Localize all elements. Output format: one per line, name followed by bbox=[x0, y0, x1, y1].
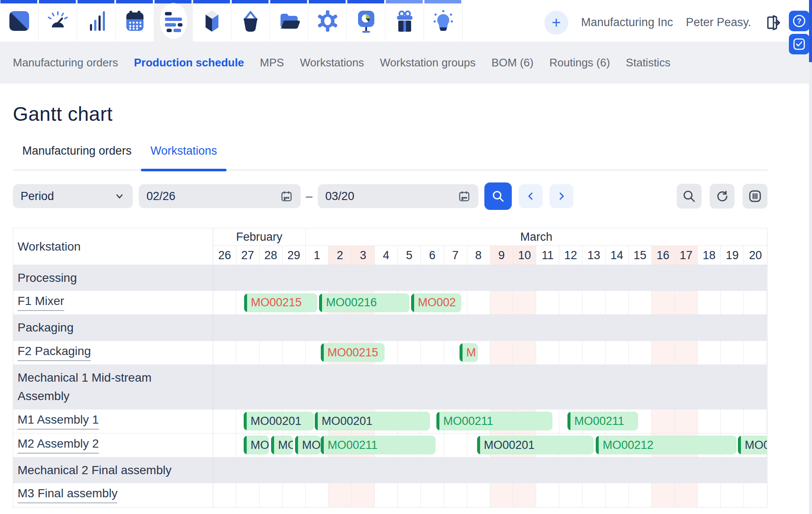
gantt-bar-mo[interactable]: MO bbox=[295, 436, 320, 454]
app-tile-calendar[interactable] bbox=[116, 0, 154, 42]
gantt-cell bbox=[490, 483, 513, 507]
app-tile-settings[interactable] bbox=[308, 0, 347, 42]
gantt-cell bbox=[490, 341, 513, 365]
bar-start-notch bbox=[596, 436, 599, 454]
date-from-input[interactable]: 02/26 bbox=[139, 184, 301, 208]
row-timeline: MO00201MO00201MO00211MO00211 bbox=[213, 409, 767, 433]
date-to-input[interactable]: 03/20 bbox=[318, 184, 478, 208]
gantt-bar-mo00211[interactable]: MO00211 bbox=[567, 412, 638, 430]
gantt-bar-m[interactable]: M bbox=[460, 343, 478, 362]
gantt-bar-mo00216[interactable]: MO00216 bbox=[319, 293, 409, 312]
help-button[interactable]: ? bbox=[789, 11, 809, 31]
gantt-toolbar: Period 02/26 – 03/20 bbox=[13, 182, 767, 210]
bar-start-notch bbox=[271, 436, 274, 454]
station-row-f1-mixer: F1 MixerMO00215MO00216MO002 bbox=[13, 291, 767, 315]
app-tile-analytics[interactable] bbox=[77, 0, 116, 42]
bar-start-notch bbox=[436, 412, 439, 430]
station-link[interactable]: F2 Packaging bbox=[18, 344, 91, 361]
app-tile-documents[interactable] bbox=[270, 0, 308, 42]
gantt-bar-mo[interactable]: MO bbox=[271, 436, 293, 454]
day-header-8: 8 bbox=[467, 246, 490, 265]
gantt-bar-mo[interactable]: MO bbox=[244, 436, 269, 454]
gantt-bar-mo00201[interactable]: MO00201 bbox=[477, 436, 594, 454]
app-tile-dashboard[interactable] bbox=[39, 0, 77, 42]
nav-item-mps[interactable]: MPS bbox=[260, 56, 284, 69]
app-tile-product[interactable] bbox=[193, 0, 231, 42]
gantt-bar-mo002[interactable]: MO002 bbox=[411, 293, 461, 312]
date-range-separator: – bbox=[306, 189, 313, 203]
gantt-bar-mo00215[interactable]: MO00215 bbox=[321, 343, 385, 362]
calendar-icon bbox=[280, 190, 293, 203]
gantt-cell bbox=[328, 483, 352, 507]
tab-manufacturing-orders[interactable]: Manufacturing orders bbox=[13, 138, 141, 170]
app-tile-gantt[interactable] bbox=[154, 0, 193, 42]
gantt-cell bbox=[675, 341, 698, 365]
basket-icon bbox=[239, 9, 262, 33]
row-timeline: MO00215M bbox=[213, 341, 767, 365]
gantt-bar-mo00215[interactable]: MO00215 bbox=[244, 293, 317, 312]
nav-item-production-schedule[interactable]: Production schedule bbox=[134, 56, 244, 69]
app-icon-strip bbox=[0, 0, 463, 42]
user-name[interactable]: Peter Peasy. bbox=[686, 16, 751, 29]
period-select[interactable]: Period bbox=[13, 184, 133, 208]
day-header-29: 29 bbox=[283, 246, 306, 265]
gantt-cell bbox=[698, 291, 721, 314]
gantt-bar-mo00211[interactable]: MO00211 bbox=[321, 436, 436, 454]
station-link[interactable]: F1 Mixer bbox=[18, 294, 64, 311]
gantt-tools bbox=[677, 184, 767, 209]
app-tile-basket[interactable] bbox=[231, 0, 270, 42]
nav-item-manufacturing-orders[interactable]: Manufacturing orders bbox=[13, 56, 118, 69]
page-scrollbar[interactable] bbox=[809, 0, 812, 514]
refresh-button[interactable] bbox=[710, 184, 734, 209]
app-tile-gift[interactable] bbox=[385, 0, 424, 42]
station-link[interactable]: M1 Assembly 1 bbox=[18, 413, 99, 430]
search-button[interactable] bbox=[677, 184, 702, 209]
tasks-button[interactable] bbox=[789, 34, 809, 54]
product-icon bbox=[200, 9, 224, 33]
day-header-2: 2 bbox=[328, 246, 352, 265]
station-link[interactable]: M2 Assembly 2 bbox=[18, 437, 99, 454]
app-tile-ideas[interactable] bbox=[424, 0, 463, 42]
gantt-cell bbox=[513, 291, 536, 314]
apply-period-search-button[interactable] bbox=[484, 182, 512, 210]
bar-label: MO bbox=[244, 439, 269, 452]
gantt-bar-mo00212[interactable]: MO00212 bbox=[596, 436, 737, 454]
nav-item-routings-6-[interactable]: Routings (6) bbox=[549, 56, 610, 69]
bar-start-notch bbox=[315, 412, 318, 430]
search-icon bbox=[491, 189, 505, 203]
day-header-10: 10 bbox=[513, 246, 536, 265]
prev-period-button[interactable] bbox=[519, 184, 543, 208]
gantt-cell bbox=[652, 483, 675, 507]
tab-workstations[interactable]: Workstations bbox=[141, 138, 227, 170]
nav-item-workstations[interactable]: Workstations bbox=[300, 56, 364, 69]
station-row-m2-assembly-2: M2 Assembly 2MOMOMOMO00211MO00201MO00212… bbox=[13, 433, 767, 457]
bar-start-notch bbox=[244, 412, 247, 430]
gantt-bar-mo00201[interactable]: MO00201 bbox=[315, 412, 430, 430]
bar-label: MO00212 bbox=[596, 439, 654, 452]
day-header-5: 5 bbox=[398, 246, 421, 265]
gantt-cell bbox=[398, 341, 421, 365]
gantt-bar-mo00201[interactable]: MO00201 bbox=[244, 412, 314, 430]
app-tile-presentation[interactable] bbox=[347, 0, 385, 42]
next-period-button[interactable] bbox=[549, 184, 573, 208]
app-tile-logo[interactable] bbox=[0, 0, 39, 42]
nav-item-bom-6-[interactable]: BOM (6) bbox=[492, 56, 534, 69]
row-timeline bbox=[213, 483, 767, 507]
add-button[interactable]: + bbox=[544, 11, 568, 35]
nav-item-workstation-groups[interactable]: Workstation groups bbox=[380, 56, 476, 69]
station-link[interactable]: M3 Final assembly bbox=[18, 487, 117, 503]
gantt-cell bbox=[629, 341, 652, 365]
gantt-cell bbox=[721, 483, 744, 507]
logout-icon[interactable] bbox=[764, 14, 781, 31]
gantt-cell bbox=[652, 341, 675, 365]
columns-button[interactable] bbox=[743, 184, 767, 209]
gantt-bar-mo0[interactable]: MO0 bbox=[738, 436, 767, 454]
scrollbar-thumb[interactable] bbox=[809, 0, 812, 62]
nav-item-statistics[interactable]: Statistics bbox=[626, 56, 670, 69]
gantt-bar-mo00211[interactable]: MO00211 bbox=[436, 412, 552, 430]
row-label-cell: M2 Assembly 2 bbox=[13, 433, 213, 457]
gantt-cell bbox=[744, 291, 767, 314]
gift-icon bbox=[393, 9, 416, 33]
presentation-icon bbox=[355, 9, 378, 33]
bar-label: MO002 bbox=[411, 296, 456, 309]
